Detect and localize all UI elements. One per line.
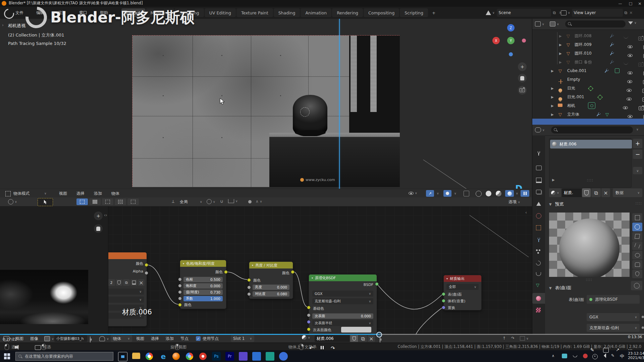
- active-tool-dropdown[interactable]: ∨: [8, 199, 17, 204]
- saturation-field[interactable]: 饱和度0.000: [183, 283, 223, 289]
- image-editor-region[interactable]: + ‹›: [0, 206, 108, 334]
- select-mode-invert[interactable]: [115, 198, 126, 205]
- object-name[interactable]: 立方体: [567, 112, 579, 117]
- drag-dots[interactable]: ∷∷: [636, 285, 642, 290]
- tab-animation[interactable]: Animation: [301, 8, 331, 17]
- socket-color-in[interactable]: [307, 327, 311, 331]
- outliner-row[interactable]: ▶ 相机: [532, 101, 644, 110]
- viewport-menu-select[interactable]: 选择: [76, 191, 85, 196]
- socket-alpha-out[interactable]: [145, 271, 148, 275]
- video-progress-remaining[interactable]: [379, 334, 644, 335]
- gizmo-x-axis[interactable]: X: [492, 37, 500, 44]
- blender-taskbar-icon[interactable]: [172, 353, 180, 360]
- viewport-menu-view[interactable]: 视图: [59, 191, 67, 196]
- overlay-dropdown[interactable]: ∨: [520, 336, 529, 341]
- hue-field[interactable]: 色相0.500: [183, 277, 223, 282]
- eye-icon[interactable]: [628, 44, 633, 49]
- surface-section-header[interactable]: ▼表(曲)面: [549, 285, 572, 291]
- player-more-icon[interactable]: ⋯: [628, 347, 633, 352]
- taskbar-search-input[interactable]: 在这里输入你要搜索的内容: [15, 352, 113, 361]
- browse-image-icon[interactable]: [44, 336, 50, 341]
- snap-target-dropdown[interactable]: ∨: [228, 199, 238, 203]
- subsurface-radius-dropdown[interactable]: 次表面半径∨: [312, 320, 373, 326]
- eye-icon[interactable]: [628, 53, 633, 58]
- options-dropdown[interactable]: 选项∨: [508, 199, 520, 205]
- gizmo-z-axis[interactable]: Z: [507, 24, 515, 32]
- slot-list-expand-icon[interactable]: ▶: [552, 178, 555, 182]
- subsurface-field[interactable]: 次表面0.000: [312, 313, 373, 319]
- eye-icon[interactable]: [628, 70, 633, 75]
- usb-tray-icon[interactable]: [562, 354, 567, 358]
- eye-closed-icon[interactable]: [624, 62, 628, 65]
- unlink-material-button[interactable]: ×: [368, 335, 375, 342]
- browse-material-node-dropdown[interactable]: ∨: [302, 335, 310, 340]
- animate-dot[interactable]: [642, 316, 644, 318]
- pause-render-button[interactable]: [521, 190, 529, 197]
- object-name[interactable]: 圆环.008: [575, 33, 592, 39]
- gizmo-minus-z[interactable]: [509, 52, 513, 56]
- pan-hand-icon[interactable]: [518, 74, 527, 82]
- tab-object-icon[interactable]: [536, 225, 541, 230]
- go-parent-icon[interactable]: ↑: [502, 336, 506, 341]
- tab-world-icon[interactable]: [536, 213, 541, 219]
- shader-menu-node[interactable]: 节点: [180, 336, 189, 342]
- zoom-widget-icon[interactable]: +: [518, 62, 527, 71]
- add-slot-button[interactable]: +: [633, 139, 642, 148]
- outliner-row[interactable]: ▶ 日光.001: [532, 93, 644, 101]
- object-name[interactable]: 圆环.009: [575, 42, 592, 48]
- object-name[interactable]: 日光.001: [567, 94, 584, 100]
- video-progress-handle[interactable]: [376, 332, 382, 338]
- browse-material-dropdown[interactable]: ∨: [549, 188, 561, 197]
- pen-tray-icon[interactable]: ✎: [611, 353, 614, 358]
- player-screenshot-icon[interactable]: [603, 348, 609, 353]
- maximize-button[interactable]: □: [626, 0, 635, 7]
- socket-volume-in[interactable]: [442, 299, 445, 303]
- outliner-row[interactable]: ▶▽ Cube.001: [532, 66, 644, 75]
- view-layer-selector[interactable]: ∨ View Layer ⧉ ×: [561, 9, 633, 17]
- preview-fluid-button[interactable]: [632, 269, 642, 278]
- properties-search-input[interactable]: [551, 126, 633, 133]
- object-name[interactable]: 接口 备份: [575, 59, 592, 65]
- preview-monkey-button[interactable]: [632, 251, 642, 259]
- socket-surface-in[interactable]: [442, 292, 445, 296]
- player-comment-icon[interactable]: [35, 345, 41, 350]
- socket-base-color-in[interactable]: [307, 306, 311, 309]
- socket-in[interactable]: [307, 313, 311, 317]
- image-copy-icon[interactable]: ⧉: [123, 279, 130, 286]
- socket-displacement-in[interactable]: [442, 306, 445, 309]
- proportional-editing-icon[interactable]: [248, 200, 252, 203]
- object-name[interactable]: 日光: [567, 85, 575, 91]
- camera-view-icon[interactable]: [518, 86, 527, 95]
- outliner-funnel-icon[interactable]: ∨: [628, 21, 637, 24]
- premiere-icon[interactable]: Pr: [225, 352, 234, 361]
- collapse-chevron-icon[interactable]: ›: [2, 23, 4, 27]
- tab-output-icon[interactable]: [536, 178, 542, 183]
- tab-texture-icon[interactable]: [536, 308, 541, 312]
- eye-icon[interactable]: [627, 87, 632, 93]
- mode-dropdown[interactable]: 物体模式: [13, 191, 30, 196]
- socket-in[interactable]: [178, 290, 182, 294]
- outliner-row[interactable]: ▶ 日光: [532, 84, 644, 93]
- surface-shader-button[interactable]: 原理化BSDF: [587, 295, 640, 304]
- socket-out[interactable]: [291, 270, 294, 274]
- unlink-material-button[interactable]: ×: [601, 188, 610, 197]
- output-target-dropdown[interactable]: 全部∨: [446, 284, 479, 290]
- outliner-display-mode-dropdown[interactable]: ∨: [535, 21, 544, 26]
- photos-app-icon[interactable]: [279, 352, 288, 361]
- fake-user-shield-icon[interactable]: [582, 188, 591, 197]
- eye-icon[interactable]: [623, 105, 628, 110]
- socket-bsdf-out[interactable]: [375, 282, 379, 286]
- slot-dropdown[interactable]: Slot 1∨: [231, 335, 254, 342]
- task-view-icon[interactable]: [118, 352, 127, 361]
- snapping-icon[interactable]: ↷: [511, 336, 515, 341]
- overlays-toggle[interactable]: [443, 190, 451, 197]
- tab-constraints-icon[interactable]: [536, 272, 541, 276]
- value-field[interactable]: 值(明度)0.730: [183, 290, 223, 295]
- shader-menu-select[interactable]: 选择: [151, 336, 159, 342]
- shader-menu-add[interactable]: 添加: [166, 336, 174, 342]
- drag-dots[interactable]: ∷∷: [636, 201, 642, 206]
- shading-wireframe-icon[interactable]: [476, 191, 482, 197]
- select-mode-box[interactable]: [76, 198, 88, 205]
- preview-sphere-button[interactable]: [632, 223, 642, 231]
- view-layer-copy-icon[interactable]: ⧉: [625, 10, 628, 15]
